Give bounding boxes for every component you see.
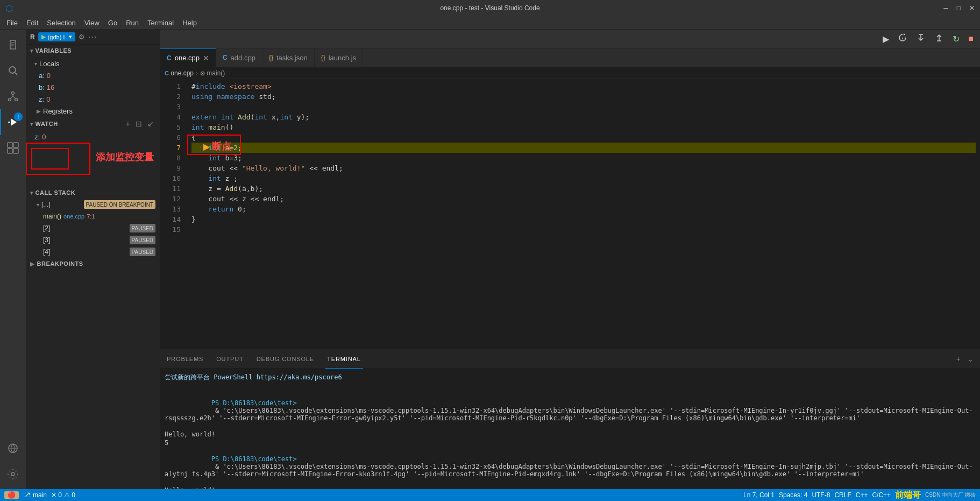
menu-go[interactable]: Go	[104, 16, 122, 29]
status-branch[interactable]: ⎇ main	[23, 491, 47, 499]
activity-search[interactable]	[0, 58, 26, 83]
code-line-7: int a=2;	[191, 143, 976, 153]
code-area[interactable]: #include <iostream> using namespace std;…	[187, 79, 980, 237]
debug-config-label: (gdb) L	[48, 34, 67, 40]
status-line-ending[interactable]: CRLF	[834, 491, 851, 499]
activity-debug[interactable]: !	[0, 109, 26, 135]
debug-settings-icon[interactable]: ⚙	[79, 33, 85, 41]
callstack-fn-name: main()	[43, 213, 61, 220]
debug-more-icon[interactable]: ⋯	[88, 32, 97, 42]
watch-add-button[interactable]: +	[124, 119, 132, 129]
terminal-prompt-1: PS D:\86183\code\test>	[211, 399, 297, 407]
debug-restart-button[interactable]: ↻	[950, 33, 962, 45]
activity-remote[interactable]	[0, 435, 26, 461]
editor: 1 2 3 4 5 6 7 8 9 10 11 12 13 14	[160, 79, 980, 349]
status-language[interactable]: C++	[856, 491, 868, 499]
code-line-4: extern int Add(int x,int y);	[191, 112, 976, 122]
callstack-3-badge: PAUSED	[130, 236, 155, 244]
titlebar-controls[interactable]: ─ □ ✕	[943, 4, 975, 12]
breadcrumb-symbol[interactable]: ⊙ main()	[200, 69, 225, 77]
locals-header[interactable]: ▾ Locals	[30, 58, 160, 69]
breakpoints-header[interactable]: ▶ BREAKPOINTS	[26, 258, 160, 270]
breadcrumb-file[interactable]: C one.cpp	[165, 69, 194, 77]
status-debug[interactable]: 🔴	[4, 491, 19, 499]
tab-problems[interactable]: PROBLEMS	[165, 350, 205, 369]
variable-a: a: 0	[30, 69, 160, 81]
sidebar-scroll[interactable]: ▾ VARIABLES ▾ Locals a: 0	[26, 45, 160, 489]
watch-header[interactable]: ▾ WATCH + ⊡ ↙	[26, 118, 160, 130]
status-spaces[interactable]: Spaces: 4	[779, 491, 807, 499]
tab-label-add-cpp: add.cpp	[231, 54, 255, 62]
svg-point-12	[11, 472, 15, 476]
minimize-icon[interactable]: ─	[943, 4, 948, 12]
status-format[interactable]: C/C++	[872, 491, 891, 499]
line-num-3: 3	[160, 102, 187, 112]
callstack-title: CALL STACK	[35, 189, 76, 196]
status-encoding[interactable]: UTF-8	[812, 491, 830, 499]
callstack-item-3[interactable]: [3] PAUSED	[26, 234, 160, 246]
main-layout: ! R ▶ (gdb) L ▾ ⚙ ⋯	[0, 30, 980, 489]
tab-one-cpp[interactable]: C one.cpp ✕	[160, 48, 216, 67]
menu-edit[interactable]: Edit	[22, 16, 42, 29]
menu-help[interactable]: Help	[178, 16, 201, 29]
terminal-line-1: 尝试新的跨平台 PowerShell https://aka.ms/pscore…	[165, 373, 976, 382]
menu-selection[interactable]: Selection	[42, 16, 80, 29]
tab-icon-launch: {}	[321, 54, 325, 61]
tab-tasks-json[interactable]: {} tasks.json	[262, 48, 315, 67]
code-line-6: {	[191, 132, 976, 143]
line-num-1: 1	[160, 81, 187, 91]
menu-file[interactable]: File	[2, 16, 22, 29]
activity-explorer[interactable]	[0, 32, 26, 58]
tab-output[interactable]: OUTPUT	[214, 350, 246, 369]
debug-stop-button[interactable]: ■	[966, 33, 976, 45]
activity-settings[interactable]	[0, 461, 26, 487]
code-line-9: cout << "Hello, world!" << endl;	[191, 163, 976, 173]
watch-z-value: 0	[42, 133, 46, 141]
debug-stepover-button[interactable]	[896, 32, 910, 46]
activity-bar: !	[0, 30, 26, 489]
tab-icon-one-cpp: C	[167, 54, 172, 62]
menu-view[interactable]: View	[80, 16, 104, 29]
variables-header[interactable]: ▾ VARIABLES	[26, 45, 160, 57]
callstack-item-main[interactable]: main() one.cpp 7:1	[26, 210, 160, 222]
var-a-value: 0	[47, 72, 51, 80]
tab-terminal[interactable]: TERMINAL	[325, 350, 363, 369]
callstack-group-label: [...]	[41, 201, 51, 208]
watch-collapse-button[interactable]: ↙	[146, 119, 155, 129]
activity-extensions[interactable]	[0, 135, 26, 161]
tab-add-cpp[interactable]: C add.cpp	[216, 48, 262, 67]
callstack-2-id: [2]	[43, 224, 50, 232]
tab-close-one-cpp[interactable]: ✕	[203, 54, 209, 62]
status-right: Ln 7, Col 1 Spaces: 4 UTF-8 CRLF C++ C/C…	[743, 490, 976, 501]
titlebar-left: ⬡	[5, 3, 13, 13]
debug-stepout-button[interactable]	[932, 32, 946, 46]
debug-config-selector[interactable]: ▶ (gdb) L ▾	[38, 32, 75, 41]
line-num-6: 6	[160, 132, 187, 143]
watch-refresh-button[interactable]: ⊡	[134, 119, 144, 129]
watch-annotation-text: 添加监控变量	[96, 151, 154, 164]
activity-source-control[interactable]	[0, 83, 26, 109]
menu-run[interactable]: Run	[122, 16, 143, 29]
var-z-name: z:	[39, 95, 44, 103]
breakpoints-chevron-icon: ▶	[30, 261, 35, 267]
tab-launch-js[interactable]: {} launch.js	[315, 48, 363, 67]
panel-add-button[interactable]: +	[954, 354, 963, 364]
callstack-header[interactable]: ▾ CALL STACK	[26, 187, 160, 199]
close-icon[interactable]: ✕	[969, 4, 975, 12]
registers-group[interactable]: ▶ Registers	[26, 105, 160, 117]
code-area-wrapper[interactable]: ▶ 断点 #include <iostream> using namespace…	[187, 79, 980, 349]
callstack-item-4[interactable]: [4] PAUSED	[26, 246, 160, 258]
panel-more-button[interactable]: ⌄	[965, 354, 976, 364]
debug-stepin-button[interactable]	[914, 32, 928, 46]
maximize-icon[interactable]: □	[957, 4, 961, 12]
status-errors[interactable]: ✕ 0 ⚠ 0	[51, 491, 75, 499]
tab-debug-console[interactable]: DEBUG CONSOLE	[254, 350, 316, 369]
status-line-col[interactable]: Ln 7, Col 1	[743, 491, 775, 499]
callstack-item-2[interactable]: [2] PAUSED	[26, 222, 160, 234]
debug-continue-button[interactable]: ▶	[880, 33, 891, 45]
menu-terminal[interactable]: Terminal	[143, 16, 178, 29]
callstack-group-header[interactable]: ▾ [...] PAUSED ON BREAKPOINT	[26, 199, 160, 210]
debug-label-r: R	[30, 33, 35, 41]
terminal-line-5: 5	[165, 439, 976, 447]
terminal-content[interactable]: 尝试新的跨平台 PowerShell https://aka.ms/pscore…	[160, 369, 980, 489]
